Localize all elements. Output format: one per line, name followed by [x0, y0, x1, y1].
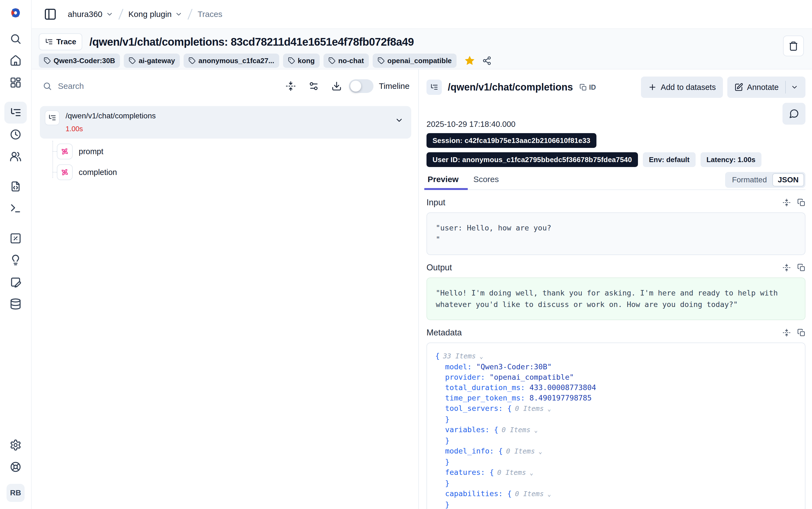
trace-tag[interactable]: kong	[283, 54, 320, 68]
collapse-section-button[interactable]	[782, 199, 791, 207]
app-logo-icon[interactable]	[8, 5, 23, 20]
trace-tag[interactable]: Qwen3-Coder:30B	[39, 54, 120, 68]
chevron-down-icon	[106, 10, 113, 18]
tree-row-root[interactable]: /qwen/v1/chat/completions 1.00s	[40, 106, 411, 139]
copy-id-button[interactable]: ID	[580, 83, 596, 91]
json-line: }	[435, 478, 797, 488]
fold-vertical-icon	[782, 199, 791, 207]
breadcrumb-env-label: Kong plugin	[128, 9, 172, 19]
json-line: model_info{0 Items	[435, 446, 797, 457]
lifebuoy-icon	[9, 461, 22, 473]
star-icon	[464, 55, 475, 66]
chevron-down-icon[interactable]	[791, 83, 798, 91]
json-expander[interactable]: 0 Items	[515, 405, 551, 412]
copy-section-button[interactable]	[797, 264, 806, 272]
tab-scores[interactable]: Scores	[472, 175, 500, 190]
breadcrumb-divider	[188, 9, 193, 20]
tree-row-completion[interactable]: completion	[57, 164, 411, 181]
annotate-button[interactable]: Annotate	[727, 76, 806, 98]
bookmark-star-button[interactable]	[464, 55, 475, 66]
trace-tag[interactable]: ai-gateway	[124, 54, 180, 68]
json-expander[interactable]: 33 Items	[443, 352, 483, 360]
trace-tree-panel: Timeline /qwen/v1/chat/completions 1.00s	[32, 69, 418, 509]
output-section: Output "Hello! I'm doing well, thank you…	[427, 263, 806, 320]
sidebar-item-insights[interactable]	[4, 249, 27, 271]
square-percent-icon	[9, 232, 22, 244]
search-input[interactable]	[58, 81, 282, 91]
copy-section-button[interactable]	[797, 199, 806, 207]
sidebar-item-users[interactable]	[4, 145, 27, 167]
fold-vertical-icon	[286, 81, 296, 91]
trace-timestamp: 2025-10-29 17:18:40.000	[427, 120, 806, 129]
search-icon	[43, 81, 52, 91]
trace-tag[interactable]: no-chat	[324, 54, 369, 68]
tag-icon	[44, 57, 51, 64]
sidebar-item-annotation[interactable]	[4, 271, 27, 293]
collapse-all-button[interactable]	[286, 81, 296, 91]
sidebar-item-prompts[interactable]	[4, 175, 27, 197]
download-icon	[331, 81, 342, 91]
fold-vertical-icon	[782, 329, 791, 337]
sidebar-item-evaluators[interactable]	[4, 228, 27, 249]
metadata-section: Metadata {33 Items model"Qwen3-Coder:30B…	[427, 328, 806, 509]
copy-section-button[interactable]	[797, 329, 806, 337]
file-code-icon	[9, 180, 22, 193]
sidebar-item-datasets[interactable]	[4, 293, 27, 315]
sidebar-item-support[interactable]	[4, 456, 27, 478]
sidebar-item-search[interactable]	[4, 28, 27, 50]
input-content[interactable]: "user: Hello, how are you? "	[427, 212, 806, 255]
tree-root-name: /qwen/v1/chat/completions	[66, 111, 156, 120]
pen-square-icon	[734, 83, 743, 92]
share-button[interactable]	[482, 56, 491, 65]
list-tree-icon	[427, 79, 442, 95]
trace-type-badge: Trace	[39, 33, 82, 50]
user-avatar[interactable]: RB	[6, 484, 25, 502]
panel-left-icon	[44, 8, 57, 21]
sidebar-item-tracing[interactable]	[4, 102, 27, 124]
comments-button[interactable]	[782, 103, 806, 125]
sidebar-toggle-button[interactable]	[44, 8, 57, 21]
json-expander[interactable]: 0 Items	[515, 490, 551, 498]
json-line: }	[435, 457, 797, 467]
breadcrumb-env-selector[interactable]: Kong plugin	[128, 9, 183, 19]
trace-tag[interactable]: anonymous_c1fca27...	[184, 54, 279, 68]
metadata-json-viewer[interactable]: {33 Items model"Qwen3-Coder:30B" provide…	[427, 342, 806, 509]
tree-row-prompt[interactable]: prompt	[57, 143, 411, 160]
copy-icon	[797, 329, 806, 337]
sidebar-item-home[interactable]	[4, 50, 27, 72]
json-expander[interactable]: 0 Items	[497, 469, 533, 476]
user-id-badge[interactable]: User ID: anonymous_c1fca2795bbedc5f36678…	[427, 152, 638, 167]
json-expander[interactable]: 0 Items	[506, 447, 542, 455]
sidebar-item-sessions[interactable]	[4, 124, 27, 145]
view-settings-button[interactable]	[308, 81, 319, 91]
output-heading: Output	[427, 263, 452, 273]
chevron-down-icon[interactable]	[395, 116, 404, 125]
trace-tag[interactable]: openai_compatible	[373, 54, 457, 68]
breadcrumb-current-page[interactable]: Traces	[197, 9, 222, 19]
detail-title: /qwen/v1/chat/completions	[448, 81, 573, 93]
json-expander[interactable]: 0 Items	[502, 426, 538, 434]
sliders-icon	[308, 81, 319, 91]
sidebar-item-dashboards[interactable]	[4, 72, 27, 94]
sidebar-item-playground[interactable]	[4, 197, 27, 219]
collapse-section-button[interactable]	[782, 264, 791, 272]
delete-trace-button[interactable]	[783, 36, 804, 56]
tab-preview[interactable]: Preview	[427, 175, 459, 190]
json-line: model"Qwen3-Coder:30B"	[435, 362, 797, 372]
collapse-section-button[interactable]	[782, 329, 791, 337]
breadcrumb-project-selector[interactable]: ahura360	[68, 9, 113, 19]
json-line: total_duration_ms433.00008773804	[435, 382, 797, 393]
output-content[interactable]: "Hello! I'm doing well, thank you for as…	[427, 277, 806, 320]
timeline-toggle[interactable]	[349, 79, 373, 93]
sidebar-item-settings[interactable]	[4, 434, 27, 456]
add-to-datasets-button[interactable]: Add to datasets	[641, 76, 723, 98]
trace-badge-label: Trace	[56, 37, 76, 46]
view-toggle-json[interactable]: JSON	[772, 173, 804, 186]
session-badge[interactable]: Session: c42fca19b75e13aac2b2106610f81e3…	[427, 133, 596, 148]
trace-detail-panel: /qwen/v1/chat/completions ID Add to data…	[419, 69, 812, 509]
copy-icon	[580, 83, 587, 91]
view-toggle-formatted[interactable]: Formatted	[727, 173, 772, 186]
input-section: Input "user: Hello, how are you? "	[427, 198, 806, 255]
tag-icon	[328, 57, 335, 64]
download-button[interactable]	[331, 81, 342, 91]
